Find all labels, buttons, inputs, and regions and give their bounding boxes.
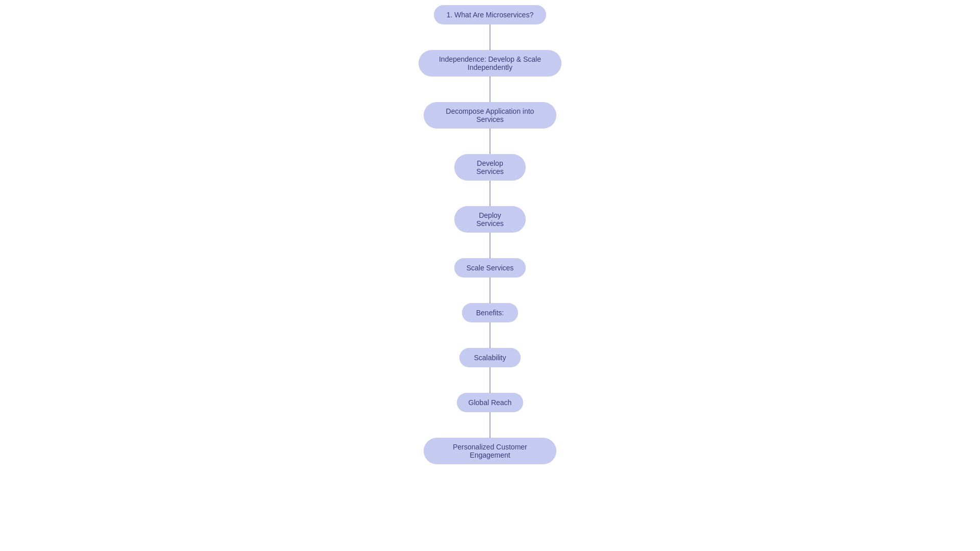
connector-1 bbox=[489, 24, 491, 50]
node-personalized-engagement: Personalized Customer Engagement bbox=[424, 438, 556, 464]
connector-3 bbox=[489, 129, 491, 154]
node-deploy-services: Deploy Services bbox=[454, 206, 526, 233]
node-scalability: Scalability bbox=[459, 348, 521, 367]
node-decompose: Decompose Application into Services bbox=[424, 102, 556, 129]
connector-5 bbox=[489, 233, 491, 258]
connector-2 bbox=[489, 77, 491, 102]
node-benefits: Benefits: bbox=[462, 303, 518, 322]
node-what-are-microservices: 1. What Are Microservices? bbox=[434, 5, 546, 24]
flowchart-diagram: 1. What Are Microservices? Independence:… bbox=[388, 0, 592, 464]
node-scale-services: Scale Services bbox=[454, 258, 526, 278]
connector-6 bbox=[489, 278, 491, 303]
connector-7 bbox=[489, 322, 491, 348]
node-develop-services: Develop Services bbox=[454, 154, 526, 181]
connector-9 bbox=[489, 412, 491, 438]
node-independence: Independence: Develop & Scale Independen… bbox=[419, 50, 561, 77]
connector-8 bbox=[489, 367, 491, 393]
node-global-reach: Global Reach bbox=[457, 393, 523, 412]
connector-4 bbox=[489, 181, 491, 206]
